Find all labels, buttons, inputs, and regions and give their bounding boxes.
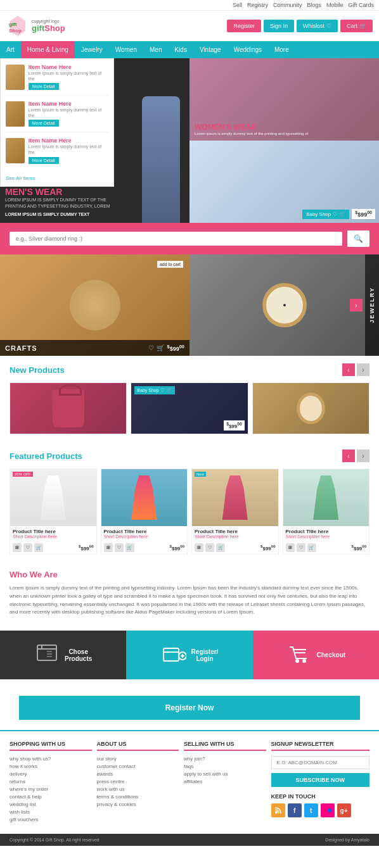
topbar-registry[interactable]: Registry — [247, 2, 268, 8]
dropdown-item-img-3 — [6, 138, 25, 163]
footer-link-delivery[interactable]: delivery — [10, 771, 92, 777]
more-detail-btn-3[interactable]: More Detail — [29, 157, 59, 164]
cart-button[interactable]: Cart 🛒 — [340, 20, 373, 32]
footer-link-customer[interactable]: customer contact — [97, 764, 179, 769]
featured-products-header: Featured Products ‹ › — [10, 450, 369, 462]
baby-shop-badge[interactable]: Baby Shop ♡ 🛒 — [302, 210, 349, 219]
register-now-bar[interactable]: Register Now — [19, 696, 360, 720]
new-products-next[interactable]: › — [357, 363, 369, 376]
subscribe-button[interactable]: SUBSCRIBE NOW — [271, 773, 369, 787]
feat-compare-4[interactable]: ⊞ — [286, 543, 295, 552]
add-to-cart-label[interactable]: add to cart — [157, 261, 183, 268]
feat-wishlist-3[interactable]: ♡ — [205, 543, 214, 552]
feat-wishlist-1[interactable]: ♡ — [23, 543, 32, 552]
feat-wishlist-2[interactable]: ♡ — [115, 543, 124, 552]
footer-link-work[interactable]: work with us — [97, 786, 179, 792]
nav-weddings[interactable]: Weddings — [228, 41, 268, 58]
footer-link-gift[interactable]: gift vouchers — [10, 817, 92, 822]
footer-link-how[interactable]: how it works — [10, 764, 92, 769]
logo-name: giftShop — [32, 23, 65, 33]
featured-desc-4: Short Description here — [286, 534, 367, 539]
man-figure — [113, 65, 190, 223]
search-input[interactable] — [10, 232, 342, 246]
feat-wishlist-4[interactable]: ♡ — [297, 543, 305, 552]
social-icons: f t g+ — [271, 803, 369, 817]
footer-link-affiliates[interactable]: affiliates — [184, 779, 266, 784]
featured-products-section: Featured Products ‹ › 20% OFF Product Ti… — [0, 442, 379, 562]
step-checkout[interactable]: Checkout — [253, 631, 379, 679]
footer-link-wish[interactable]: wish lists — [10, 809, 92, 815]
new-products-prev[interactable]: ‹ — [342, 363, 355, 376]
footer-link-contact[interactable]: contact & help — [10, 794, 92, 800]
footer-about-title: ABOUT US — [97, 741, 179, 751]
topbar-community[interactable]: Community — [273, 2, 302, 8]
feat-compare-1[interactable]: ⊞ — [13, 543, 22, 552]
step-register-login[interactable]: Register/Login — [126, 631, 252, 679]
featured-badge-sale: 20% OFF — [13, 472, 33, 477]
topbar-sell[interactable]: Sell — [233, 2, 242, 8]
footer-link-terms[interactable]: terms & conditions — [97, 794, 179, 800]
featured-prev[interactable]: ‹ — [342, 450, 355, 462]
footer-link-order[interactable]: where's my order — [10, 786, 92, 792]
dropdown-item-name-2: Item Name Here — [29, 101, 108, 107]
nav-jewelry[interactable]: Jewelry — [75, 41, 109, 58]
footer-link-awards[interactable]: awards — [97, 771, 179, 777]
feat-cart-2[interactable]: 🛒 — [125, 543, 134, 552]
green-dress-shape — [313, 475, 338, 520]
footer-shopping-title: SHOPPING WITH US — [10, 741, 92, 751]
featured-actions-3: ⊞ ♡ 🛒 $$9900 — [192, 541, 278, 554]
newsletter-email[interactable] — [271, 756, 369, 769]
footer-link-whyjoin[interactable]: why join? — [184, 756, 266, 762]
wishlist-button[interactable]: Whislost ♡ — [297, 20, 338, 32]
footer-link-returns[interactable]: returns — [10, 779, 92, 784]
topbar-mobile[interactable]: Mobile — [326, 2, 344, 8]
step-chose-products[interactable]: ChoseProducts — [0, 631, 126, 679]
more-detail-btn-2[interactable]: More Detail — [29, 120, 59, 127]
feat-cart-1[interactable]: 🛒 — [34, 543, 43, 552]
nav-home-living[interactable]: Home & Living — [21, 41, 75, 58]
nav-kids[interactable]: Kids — [168, 41, 193, 58]
bag-shape — [53, 389, 84, 427]
featured-next[interactable]: › — [357, 450, 369, 462]
footer-link-apply[interactable]: apply to sell with us — [184, 771, 266, 777]
nav-more[interactable]: More — [268, 41, 295, 58]
rss-icon[interactable] — [271, 803, 285, 817]
footer-link-press[interactable]: press centre — [97, 779, 179, 784]
crafts-cart-icon[interactable]: 🛒 — [157, 344, 164, 351]
footer-link-wedding[interactable]: wedding list — [10, 802, 92, 807]
topbar-blogs[interactable]: Blogs — [307, 2, 321, 8]
dropdown-item-text-3: Item Name Here Lorem Ipsum is simply dum… — [29, 137, 108, 163]
signin-button[interactable]: Sign In — [264, 20, 294, 32]
footer-link-faqs[interactable]: faqs — [184, 764, 266, 769]
featured-img-2 — [101, 469, 188, 526]
google-plus-icon[interactable]: g+ — [337, 803, 351, 817]
facebook-icon[interactable]: f — [288, 803, 302, 817]
jewelry-carousel-next[interactable]: › — [350, 299, 363, 311]
search-button[interactable]: 🔍 — [347, 230, 369, 247]
feat-cart-4[interactable]: 🛒 — [307, 543, 316, 552]
search-bar: 🔍 — [0, 223, 379, 255]
footer-link-why[interactable]: why shop with us? — [10, 756, 92, 762]
feat-compare-2[interactable]: ⊞ — [104, 543, 113, 552]
twitter-icon[interactable]: t — [304, 803, 318, 817]
footer-link-story[interactable]: our story — [97, 756, 179, 762]
topbar-giftcards[interactable]: Gift Cards — [348, 2, 374, 8]
more-detail-btn-1[interactable]: More Detail — [29, 83, 59, 90]
nav-art[interactable]: Art — [0, 41, 21, 58]
see-all-link[interactable]: See All Items — [6, 175, 35, 181]
footer-link-privacy[interactable]: privacy & cookies — [97, 802, 179, 807]
nav-women[interactable]: Women — [109, 41, 143, 58]
svg-point-18 — [275, 811, 278, 814]
nav-men[interactable]: Men — [143, 41, 168, 58]
logo[interactable]: gift Shop copyright logo giftShop — [6, 15, 65, 37]
nav-vintage[interactable]: Vintage — [193, 41, 228, 58]
register-now-button[interactable]: Register Now — [165, 703, 214, 712]
dropdown-item-name-1: Item Name Here — [29, 64, 108, 70]
register-button[interactable]: Register — [227, 20, 261, 32]
search-icon: 🔍 — [354, 234, 363, 243]
flickr-icon[interactable] — [321, 803, 335, 817]
feat-cart-3[interactable]: 🛒 — [216, 543, 225, 552]
crafts-wishlist-icon[interactable]: ♡ — [148, 344, 154, 351]
feat-compare-3[interactable]: ⊞ — [195, 543, 203, 552]
cart-label: Cart — [347, 23, 357, 29]
